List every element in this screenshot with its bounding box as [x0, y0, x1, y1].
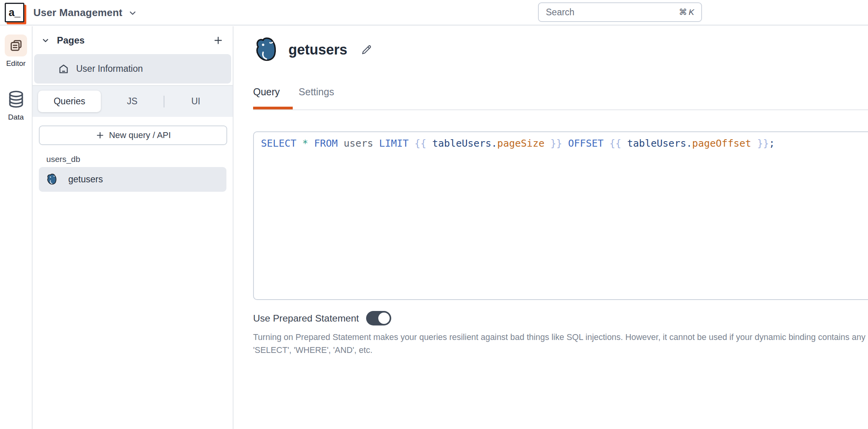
sql-token: OFFSET	[568, 138, 609, 149]
tab-label: JS	[127, 96, 138, 106]
sql-token: }}	[751, 138, 769, 149]
query-editor-pane: getusers Query Settings SELECT * FROM us…	[233, 26, 868, 429]
home-icon	[58, 63, 69, 75]
appsmith-logo[interactable]: a_	[5, 3, 24, 22]
database-icon	[6, 89, 26, 109]
sql-token: {{	[609, 138, 627, 149]
sql-token: users	[344, 138, 379, 149]
sql-token: pageOffset	[692, 138, 751, 149]
sql-editor[interactable]: SELECT * FROM users LIMIT {{ tableUsers.…	[253, 131, 868, 300]
query-item-getusers[interactable]: getusers	[39, 167, 226, 192]
tab-queries[interactable]: Queries	[38, 91, 101, 112]
search-shortcut: ⌘K	[679, 7, 694, 17]
plus-icon	[213, 35, 223, 45]
tab-label: Queries	[54, 96, 86, 107]
tab-query[interactable]: Query	[253, 86, 280, 98]
add-page-button[interactable]	[213, 35, 223, 45]
sql-token: {{	[414, 138, 432, 149]
pages-stack-icon	[9, 38, 24, 53]
pages-collapse-button[interactable]	[41, 36, 50, 45]
query-header: getusers	[253, 36, 372, 63]
sql-token: SELECT	[261, 138, 302, 149]
prepared-statement-label: Use Prepared Statement	[253, 313, 359, 324]
rail-item-label: Editor	[6, 59, 26, 68]
new-query-button-label: New query / API	[109, 130, 171, 140]
search-box[interactable]: ⌘K	[538, 2, 702, 22]
toggle-knob	[378, 313, 390, 324]
sql-token: ;	[769, 138, 775, 149]
postgresql-icon	[253, 36, 280, 63]
tab-js[interactable]: JS	[101, 96, 164, 107]
prepared-statement-row: Use Prepared Statement	[253, 311, 391, 325]
pencil-icon	[361, 44, 372, 56]
page-item-user-information[interactable]: User Information	[34, 54, 231, 84]
sql-token: tableUsers.	[432, 138, 498, 149]
active-tab-underline	[253, 107, 293, 109]
sql-token: FROM	[314, 138, 343, 149]
postgresql-icon	[46, 173, 58, 185]
app-title-menu[interactable]: User Management	[33, 0, 137, 25]
sql-token: tableUsers.	[627, 138, 692, 149]
page-item-label: User Information	[76, 64, 143, 74]
plus-icon	[95, 131, 105, 140]
pages-header: Pages	[33, 26, 233, 54]
query-title: getusers	[288, 42, 347, 58]
sql-token: }}	[545, 138, 568, 149]
left-rail: Editor Data	[0, 26, 33, 429]
sql-token: *	[302, 138, 314, 149]
search-input[interactable]	[546, 7, 679, 18]
entity-tabs: Queries JS UI	[33, 86, 233, 117]
sql-token: LIMIT	[379, 138, 414, 149]
prepared-statement-description: Turning on Prepared Statement makes your…	[253, 331, 868, 357]
tabbar-border	[253, 109, 868, 110]
app-title: User Management	[33, 7, 122, 19]
datasource-group-label: users_db	[46, 155, 233, 164]
chevron-down-icon	[41, 36, 50, 45]
sql-code-line: SELECT * FROM users LIMIT {{ tableUsers.…	[261, 138, 868, 149]
query-item-label: getusers	[68, 174, 103, 185]
rail-item-editor[interactable]: Editor	[5, 35, 27, 68]
rename-query-button[interactable]	[361, 44, 372, 56]
new-query-button[interactable]: New query / API	[39, 125, 227, 145]
chevron-down-icon	[128, 8, 137, 18]
appsmith-logo-text: a_	[9, 7, 20, 19]
pages-panel: Pages User Information Queries JS UI	[33, 26, 233, 429]
rail-item-label: Data	[8, 113, 24, 122]
tab-ui[interactable]: UI	[164, 96, 227, 107]
tab-label: UI	[191, 96, 201, 106]
sql-token: pageSize	[497, 138, 544, 149]
query-tabbar: Query Settings	[253, 86, 334, 98]
description-line: 'SELECT', 'WHERE', 'AND', etc.	[253, 344, 868, 357]
top-bar: a_ User Management ⌘K	[0, 0, 868, 25]
rail-item-data[interactable]: Data	[5, 88, 27, 122]
tab-settings[interactable]: Settings	[299, 86, 334, 98]
editor-icon-button[interactable]	[5, 35, 27, 56]
description-line: Turning on Prepared Statement makes your…	[253, 331, 868, 344]
prepared-statement-toggle[interactable]	[366, 311, 391, 325]
data-icon-button[interactable]	[5, 88, 27, 110]
pages-title: Pages	[57, 35, 85, 46]
